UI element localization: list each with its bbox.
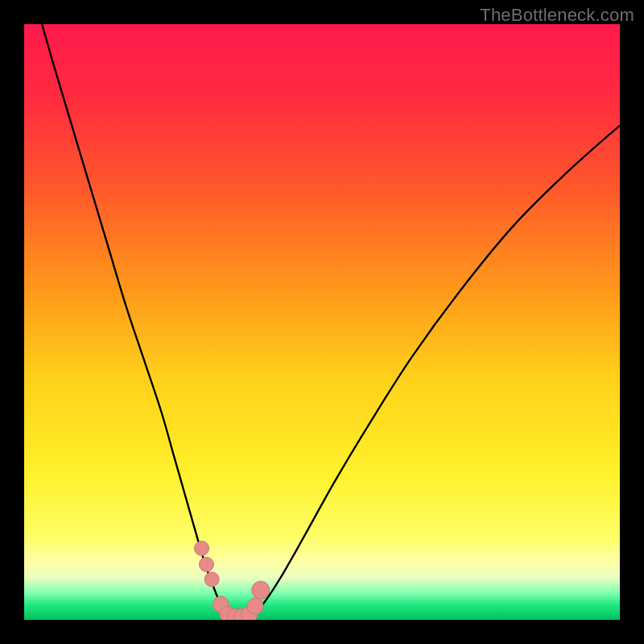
bottleneck-marker (204, 572, 219, 587)
marker-group (195, 541, 270, 620)
curve-right (250, 126, 620, 617)
bottleneck-marker (252, 581, 270, 599)
plot-area (24, 24, 620, 620)
bottleneck-marker (195, 541, 209, 555)
curve-left (42, 24, 226, 617)
watermark-text: TheBottleneck.com (480, 5, 634, 26)
bottleneck-marker (199, 557, 213, 572)
bottleneck-marker (247, 598, 263, 614)
curves-layer (24, 24, 620, 620)
outer-frame: TheBottleneck.com (0, 0, 644, 644)
